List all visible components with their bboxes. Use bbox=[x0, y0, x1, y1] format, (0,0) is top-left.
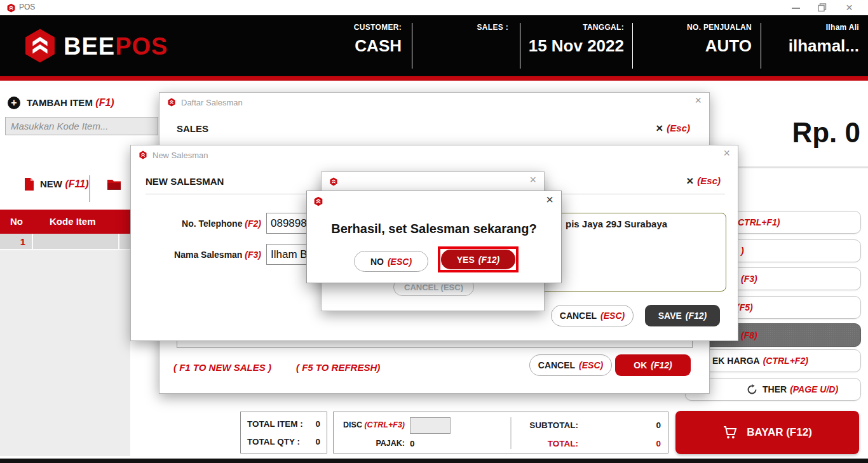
new-file-icon bbox=[24, 178, 34, 191]
esc-hint: (Esc) bbox=[667, 123, 690, 133]
close-icon[interactable]: × bbox=[846, 0, 853, 15]
side-button-hint: (PAGE U/D) bbox=[790, 384, 838, 394]
logo-pos: POS bbox=[115, 33, 168, 60]
side-button-hint: (CTRL+F2) bbox=[763, 356, 808, 366]
row-no: 1 bbox=[0, 236, 25, 247]
close-icon[interactable]: × bbox=[546, 192, 553, 207]
tanggal-field: TANGGAL: 15 Nov 2022 bbox=[529, 23, 624, 55]
save-button[interactable]: SAVE (F12) bbox=[645, 305, 720, 326]
side-button-label: THER bbox=[763, 384, 787, 394]
daftar-heading: SALES bbox=[177, 123, 208, 134]
pajak-label: PAJAK: bbox=[336, 439, 405, 448]
beepos-modal-icon bbox=[329, 177, 338, 186]
esc-hint: (Esc) bbox=[697, 175, 721, 186]
table-row[interactable]: 1 bbox=[0, 234, 130, 250]
tab-divider bbox=[89, 175, 90, 202]
beepos-app-icon bbox=[6, 3, 16, 13]
total-qty-label: TOTAL QTY : bbox=[247, 437, 300, 446]
sales-label: SALES : bbox=[477, 23, 508, 32]
yes-button[interactable]: YES (F12) bbox=[441, 250, 515, 269]
daftar-cancel-button[interactable]: CANCEL (ESC) bbox=[529, 354, 612, 376]
tab-new-label: NEW bbox=[40, 178, 62, 189]
window-bottom-edge bbox=[0, 459, 868, 463]
amount-display: Rp. 0 bbox=[792, 117, 860, 149]
beepos-logo-text: BEEPOS bbox=[64, 33, 168, 60]
address-text: pis Jaya 29J Surabaya bbox=[566, 218, 726, 229]
new-salesman-esc-close[interactable]: × (Esc) bbox=[686, 175, 721, 187]
yes-button-focus-ring: YES (F12) bbox=[438, 246, 519, 272]
modal-title: New Salesman bbox=[153, 151, 208, 160]
tab-new-hint: (F11) bbox=[65, 178, 88, 189]
tambah-item-label: TAMBAH ITEM bbox=[27, 97, 93, 108]
cancel-label: CANCEL bbox=[538, 360, 575, 370]
tab-new[interactable]: NEW (F11) bbox=[24, 178, 89, 191]
pajak-value: 0 bbox=[410, 439, 415, 448]
col-kode-item: Kode Item bbox=[50, 216, 96, 227]
new-salesman-heading: NEW SALESMAN bbox=[146, 176, 224, 187]
total-value: 0 bbox=[607, 439, 661, 448]
close-icon[interactable]: × bbox=[529, 173, 536, 187]
user-handle: ilhamal... bbox=[789, 37, 859, 55]
customer-value: CASH bbox=[354, 37, 402, 55]
tambah-item-button[interactable]: + TAMBAH ITEM (F1) bbox=[8, 97, 114, 109]
no-button[interactable]: NO (ESC) bbox=[354, 251, 428, 272]
name-hint: (F3) bbox=[245, 250, 261, 260]
header-separator bbox=[520, 23, 520, 69]
side-button-hint: (F8) bbox=[741, 330, 757, 340]
user-name: Ilham Ali bbox=[789, 23, 859, 32]
beepos-modal-icon bbox=[167, 98, 176, 107]
disc-input[interactable] bbox=[410, 417, 451, 434]
logo-bee: BEE bbox=[64, 33, 115, 60]
hint-new-sales: ( F1 TO NEW SALES ) bbox=[173, 362, 271, 373]
daftar-esc-close[interactable]: × (Esc) bbox=[656, 122, 690, 134]
tanggal-label: TANGGAL: bbox=[529, 23, 624, 32]
save-hint: (F12) bbox=[686, 311, 707, 321]
modal-title: Daftar Salesman bbox=[181, 98, 243, 107]
window-title: POS bbox=[19, 3, 35, 11]
name-label: Nama Salesman bbox=[174, 250, 242, 260]
bayar-button[interactable]: BAYAR (F12) bbox=[675, 411, 859, 454]
close-icon[interactable]: × bbox=[723, 147, 730, 160]
daftar-ok-button[interactable]: OK (F12) bbox=[615, 354, 691, 376]
side-button-hint: ) bbox=[741, 246, 744, 256]
phone-hint: (F2) bbox=[245, 218, 261, 229]
total-qty-value: 0 bbox=[315, 437, 320, 446]
side-button-cek-harga[interactable]: EK HARGA(CTRL+F2) bbox=[685, 349, 861, 372]
user-field[interactable]: Ilham Ali ilhamal... bbox=[789, 23, 859, 55]
subtotal-value: 0 bbox=[607, 420, 661, 430]
cancel-hint: (ESC) bbox=[579, 360, 603, 370]
header-separator bbox=[412, 23, 412, 69]
hint-refresh: ( F5 TO REFRESH) bbox=[296, 362, 380, 373]
cancel-hint: (ESC) bbox=[600, 311, 625, 321]
header-separator bbox=[632, 23, 633, 69]
header-separator bbox=[761, 23, 761, 69]
items-table-header: No Kode Item bbox=[0, 210, 130, 234]
close-icon[interactable]: × bbox=[695, 94, 702, 107]
disc-hint: (CTRL+F3) bbox=[364, 420, 405, 429]
ok-label: OK bbox=[634, 360, 647, 370]
yes-label: YES bbox=[457, 255, 475, 265]
restore-icon[interactable] bbox=[818, 3, 827, 12]
cart-icon bbox=[722, 425, 738, 440]
col-no: No bbox=[10, 216, 23, 227]
save-label: SAVE bbox=[658, 311, 682, 321]
item-code-input[interactable] bbox=[5, 117, 158, 135]
open-folder-icon[interactable] bbox=[107, 179, 121, 191]
subtotal-label: SUBTOTAL: bbox=[512, 420, 578, 430]
yes-hint: (F12) bbox=[478, 255, 499, 265]
app-header: BEEPOS CUSTOMER: CASH SALES : TANGGAL: 1… bbox=[0, 15, 868, 81]
no-hint: (ESC) bbox=[388, 257, 412, 267]
minimize-icon[interactable] bbox=[792, 8, 800, 9]
phone-label: No. Telephone bbox=[182, 218, 242, 229]
customer-field: CUSTOMER: CASH bbox=[354, 23, 402, 55]
new-salesman-cancel-button[interactable]: CANCEL (ESC) bbox=[551, 305, 634, 326]
x-icon: × bbox=[656, 122, 663, 134]
side-button-hint: (F5) bbox=[736, 302, 753, 312]
customer-label: CUSTOMER: bbox=[354, 23, 402, 32]
total-item-value: 0 bbox=[315, 419, 320, 429]
side-button-other[interactable]: THER(PAGE U/D) bbox=[685, 378, 861, 401]
cancel-label: CANCEL bbox=[560, 311, 597, 321]
totals-box-right: DISC (CTRL+F3) PAJAK: 0 SUBTOTAL: 0 TOTA… bbox=[333, 412, 668, 453]
items-table-body bbox=[0, 234, 130, 456]
beepos-modal-icon bbox=[313, 196, 323, 206]
